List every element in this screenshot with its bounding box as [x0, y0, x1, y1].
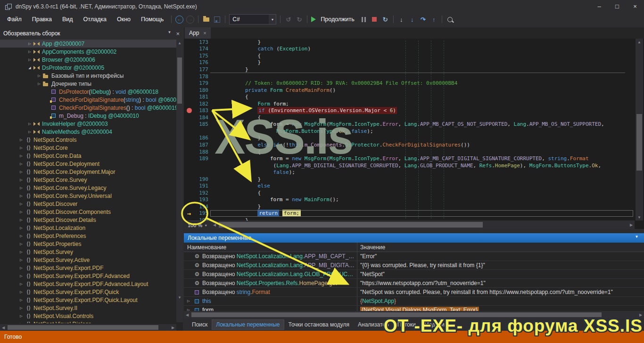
tree-item[interactable]: ▷{ }NetSpot.Visual.Dialogs: [0, 320, 176, 323]
locals-name-cell[interactable]: ▷this: [184, 298, 357, 304]
tree-item[interactable]: ▷{ }NetSpot.Survey.Export.PDF.Advanced: [0, 272, 176, 280]
breakpoint-margin[interactable]: [184, 73, 194, 80]
tree-item[interactable]: ▷{ }NetSpot.Survey.Export.PDF: [0, 264, 176, 272]
locals-value-cell[interactable]: "NetSpot": [357, 270, 644, 278]
chevron-down-icon[interactable]: ▼: [269, 15, 276, 24]
tree-item[interactable]: DsProtector(IDebug) : void @06000018: [0, 88, 176, 96]
restart-icon[interactable]: ↻: [380, 14, 391, 24]
expander-icon[interactable]: ▷: [18, 234, 25, 238]
code-line[interactable]: 193 form = new MainForm();: [184, 196, 635, 204]
locals-name-cell[interactable]: ⚙Возвращено NetSpot.Localization.Lang.AP…: [184, 262, 357, 269]
sidebar-horizontal-scrollbar[interactable]: ◀ ▶: [0, 324, 176, 331]
scroll-down-icon[interactable]: ▼: [176, 294, 183, 301]
locals-value-cell[interactable]: "NetSpot was corrupted. Please, try rein…: [357, 288, 644, 296]
code-line[interactable]: 181 {: [184, 93, 635, 100]
scroll-left-icon[interactable]: ◀: [0, 324, 7, 331]
breakpoint-margin[interactable]: [184, 182, 194, 189]
expander-icon[interactable]: ▷: [18, 258, 25, 262]
expander-icon[interactable]: ▷: [26, 122, 33, 126]
tab-close-icon[interactable]: ×: [203, 30, 206, 36]
tree-item[interactable]: ▷{ }NetSpot.Properties: [0, 240, 176, 248]
menu-Отладка[interactable]: Отладка: [78, 14, 112, 24]
tree-item[interactable]: ▷Базовый тип и интерфейсы: [0, 72, 176, 80]
scroll-thumb[interactable]: [219, 222, 483, 228]
tool-tab-Поиск[interactable]: Поиск: [188, 319, 212, 330]
panel-splitter[interactable]: [184, 229, 644, 233]
expander-icon[interactable]: ▷: [18, 178, 25, 182]
tree-item[interactable]: ▷{ }NetSpot.Controls: [0, 136, 176, 144]
tree-item[interactable]: ▷{ }NetSpot.Core.Survey.Universal: [0, 192, 176, 200]
tree-item[interactable]: CheckForDigitalSignature(string) : bool …: [0, 96, 176, 104]
breakpoint-margin[interactable]: [184, 121, 194, 128]
tree-item[interactable]: ▷{ }NetSpot.Survey: [0, 248, 176, 256]
code-line[interactable]: 179 // Token: 0x06000027 RID: 39 RVA: 0x…: [184, 80, 635, 87]
expander-icon[interactable]: ▷: [187, 299, 193, 303]
continue-button[interactable]: Продолжить: [321, 16, 354, 23]
locals-row[interactable]: ⚙Возвращено NetSpot.Localization.Lang.AP…: [184, 261, 644, 270]
expander-icon[interactable]: ▷: [18, 306, 25, 310]
navigate-back-icon[interactable]: ←: [174, 14, 185, 24]
tree-item[interactable]: ▷Browser @02000006: [0, 56, 176, 64]
menu-Окно[interactable]: Окно: [112, 14, 136, 24]
locals-name-cell[interactable]: Возвращено string.Format: [184, 289, 357, 295]
breakpoint-margin[interactable]: [184, 128, 194, 135]
scroll-left-icon[interactable]: ◀: [211, 221, 218, 228]
breakpoint-margin[interactable]: [184, 169, 194, 176]
tree-item[interactable]: ▷{ }NetSpot.Core.Survey.Legacy: [0, 184, 176, 192]
expander-icon[interactable]: ▷: [18, 242, 25, 246]
breakpoint-margin[interactable]: [184, 39, 194, 46]
scroll-thumb[interactable]: [177, 57, 182, 104]
expander-icon[interactable]: ▷: [26, 58, 33, 62]
locals-row[interactable]: ⚙Возвращено NetSpot.Properties.Refs.Home…: [184, 279, 644, 288]
tree-item[interactable]: ▷InvokeHelper @02000003: [0, 120, 176, 128]
navigate-forward-icon[interactable]: →: [185, 14, 196, 24]
locals-panel-titlebar[interactable]: Локальные переменные ▼ ×: [184, 233, 644, 243]
expander-icon[interactable]: ▷: [18, 146, 25, 150]
breakpoint-margin[interactable]: [184, 203, 194, 210]
expander-icon[interactable]: ▷: [18, 202, 25, 206]
breakpoint-margin[interactable]: [184, 59, 194, 66]
tree-item[interactable]: ▷{ }NetSpot.Core.Deployment.Major: [0, 168, 176, 176]
editor-zoom-control[interactable]: 100 % ▼: [184, 220, 211, 229]
editor-horizontal-scrollbar[interactable]: ◀ ▶: [211, 220, 635, 229]
expander-icon[interactable]: ▷: [26, 42, 33, 46]
breakpoint-margin[interactable]: [184, 107, 194, 114]
breakpoint-margin[interactable]: [184, 87, 194, 94]
tree-item[interactable]: ▷Дочерние типы: [0, 80, 176, 88]
expander-icon[interactable]: ▷: [26, 130, 33, 134]
step-into-icon[interactable]: ↓: [407, 14, 418, 24]
breakpoint-margin[interactable]: [184, 162, 194, 169]
sidebar-vertical-scrollbar[interactable]: ▲ ▼: [176, 40, 183, 322]
expander-icon[interactable]: ▷: [18, 186, 25, 190]
scroll-right-icon[interactable]: ▶: [170, 324, 176, 331]
locals-row[interactable]: Возвращено string.Format"NetSpot was cor…: [184, 288, 644, 297]
tree-item[interactable]: ▷{ }NetSpot.Visual.Controls: [0, 312, 176, 320]
scroll-down-icon[interactable]: ▼: [636, 214, 643, 220]
breakpoint-margin[interactable]: [184, 217, 194, 220]
code-line[interactable]: 175 {: [184, 52, 635, 59]
breakpoint-margin[interactable]: [184, 100, 194, 107]
expander-icon[interactable]: ▷: [18, 298, 25, 302]
save-all-icon[interactable]: [212, 14, 223, 24]
expander-icon[interactable]: ▷: [18, 210, 25, 214]
expander-icon[interactable]: ▷: [18, 290, 25, 294]
tree-item[interactable]: ▷{ }NetSpot.Discover.Components: [0, 208, 176, 216]
scroll-right-icon[interactable]: ▶: [628, 221, 635, 228]
tree-item[interactable]: ▷{ }NetSpot.Core.Deployment: [0, 160, 176, 168]
scroll-up-icon[interactable]: ▲: [636, 39, 643, 45]
code-line[interactable]: →195 return form;: [184, 210, 635, 217]
code-line[interactable]: 196 }: [184, 217, 635, 220]
search-icon[interactable]: [445, 14, 455, 24]
tree-item[interactable]: ▷{ }NetSpot.Preferences: [0, 232, 176, 240]
breakpoint-margin[interactable]: [184, 80, 194, 87]
locals-name-cell[interactable]: ⚙Возвращено NetSpot.Localization.Lang.GL…: [184, 271, 357, 278]
breakpoint-margin[interactable]: [184, 148, 194, 155]
locals-name-cell[interactable]: ⚙Возвращено NetSpot.Localization.Lang.AP…: [184, 253, 357, 260]
panel-caret-icon[interactable]: ▼: [167, 30, 171, 37]
expander-icon[interactable]: ▷: [18, 250, 25, 254]
code-line[interactable]: 190 }: [184, 176, 635, 183]
tree-item[interactable]: ◢DsProtector @02000005: [0, 64, 176, 72]
tree-item[interactable]: ▷AppComponents @02000002: [0, 48, 176, 56]
tree-item[interactable]: ▷{ }NetSpot.Localization: [0, 224, 176, 232]
tool-tab-Точки останова модуля[interactable]: Точки останова модуля: [284, 319, 354, 330]
